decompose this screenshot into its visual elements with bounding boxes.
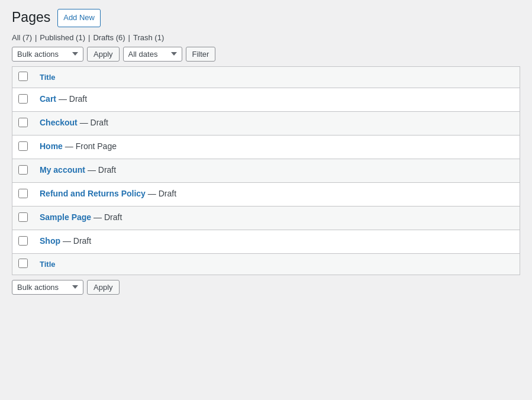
row-checkbox[interactable] [18,165,28,175]
table-row: Refund and Returns Policy — Draft [12,182,520,206]
select-all-checkbox-bottom[interactable] [18,259,28,268]
sep3: | [128,33,130,42]
row-title-cell: Checkout — Draft [34,111,520,135]
table-row: Checkout — Draft [12,111,520,135]
filter-links: All (7) | Published (1) | Drafts (6) | T… [12,33,520,42]
row-status: — Draft [78,118,108,127]
row-title-link[interactable]: My account [40,165,85,175]
table-row: My account — Draft [12,159,520,182]
row-title-cell: My account — Draft [34,159,520,182]
row-checkbox-cell [12,135,34,159]
table-footer-row: Title [12,253,520,275]
table-row: Sample Page — Draft [12,206,520,230]
trash-filter-link[interactable]: Trash (1) [133,33,164,42]
row-title-link[interactable]: Shop [40,236,60,246]
row-status: — Draft [91,212,122,222]
add-new-button[interactable]: Add New [57,9,101,27]
row-title-link[interactable]: Cart [40,94,56,104]
table-row: Cart — Draft [12,88,520,111]
sep1: | [35,33,37,42]
bulk-actions-select-top[interactable]: Bulk actionsEditMove to Trash [12,47,83,62]
row-status: — Draft [146,189,176,198]
row-checkbox[interactable] [18,189,28,198]
row-checkbox-cell [12,230,34,253]
title-sort-link-footer[interactable]: Title [40,260,56,269]
row-checkbox[interactable] [18,118,28,127]
row-title-cell: Sample Page — Draft [34,206,520,230]
select-all-header [12,66,34,88]
page-title: Pages [12,9,50,27]
all-filter-link[interactable]: All (7) [12,33,32,42]
row-checkbox-cell [12,88,34,111]
row-status: — Draft [56,94,87,104]
row-title-cell: Shop — Draft [34,230,520,253]
row-title-cell: Refund and Returns Policy — Draft [34,182,520,206]
select-all-footer [12,253,34,275]
apply-button-bottom[interactable]: Apply [87,280,120,295]
page-header: Pages Add New [12,9,520,27]
date-filter-select[interactable]: All dates [123,47,182,62]
title-sort-link[interactable]: Title [40,73,56,82]
table-row: Home — Front Page [12,135,520,159]
row-status: — Draft [60,236,91,246]
bottom-toolbar: Bulk actionsEditMove to Trash Apply [12,280,520,295]
row-title-link[interactable]: Refund and Returns Policy [40,189,146,198]
sep2: | [88,33,90,42]
row-title-cell: Cart — Draft [34,88,520,111]
row-title-link[interactable]: Checkout [40,118,78,127]
row-title-link[interactable]: Sample Page [40,212,91,222]
row-checkbox-cell [12,206,34,230]
pages-table: Title Cart — DraftCheckout — DraftHome —… [12,66,520,275]
row-checkbox[interactable] [18,141,28,151]
row-checkbox[interactable] [18,212,28,222]
table-header-row: Title [12,66,520,88]
row-title-link[interactable]: Home [40,141,63,151]
title-column-footer: Title [34,253,520,275]
row-checkbox-cell [12,159,34,182]
select-all-checkbox-top[interactable] [18,72,28,81]
drafts-filter-link[interactable]: Drafts (6) [93,33,125,42]
row-checkbox[interactable] [18,236,28,246]
row-title-cell: Home — Front Page [34,135,520,159]
row-checkbox[interactable] [18,94,28,104]
apply-button-top[interactable]: Apply [87,47,120,62]
row-status: — Front Page [63,141,117,151]
top-toolbar: Bulk actionsEditMove to Trash Apply All … [12,47,520,62]
published-filter-link[interactable]: Published (1) [40,33,85,42]
bulk-actions-select-bottom[interactable]: Bulk actionsEditMove to Trash [12,280,83,295]
row-status: — Draft [85,165,116,175]
table-row: Shop — Draft [12,230,520,253]
title-column-header: Title [34,66,520,88]
filter-button[interactable]: Filter [186,47,216,62]
row-checkbox-cell [12,111,34,135]
row-checkbox-cell [12,182,34,206]
